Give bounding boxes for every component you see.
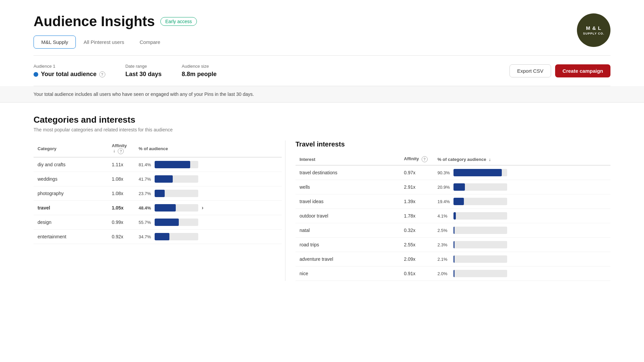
audience1-label: Audience 1 [34,64,105,69]
interest-cell: travel ideas [296,194,400,209]
category-cell: diy and crafts [34,157,108,172]
audience-bar-left: Audience 1 Your total audience ? Date ra… [34,64,217,78]
ti-affinity-cell: 2.55x [400,238,433,252]
table-row: entertainment0.92x34.7% [34,230,282,244]
ti-affinity-cell: 0.32x [400,223,433,238]
table-row: outdoor travel1.78x4.1% [296,209,610,223]
create-campaign-button[interactable]: Create campaign [555,64,610,77]
category-cell: weddings [34,172,108,186]
interest-cell: natal [296,223,400,238]
ti-affinity-help-icon[interactable]: ? [422,156,428,162]
interest-cell: wells [296,180,400,194]
audience-size-label: Audience size [182,64,217,69]
ti-pct-cell: 2.0% [433,266,610,281]
insights-grid: Category Affinity ↓ ? % of audience [34,140,610,281]
ti-affinity-cell: 2.09x [400,252,433,266]
interest-cell: nice [296,266,400,281]
tab-compare[interactable]: Compare [132,36,168,49]
category-cell: photography [34,186,108,201]
expand-chevron-icon[interactable]: › [202,205,203,211]
audience-bar-right: Export CSV Create campaign [509,64,610,77]
affinity-help-icon[interactable]: ? [118,148,124,154]
interest-cell: road trips [296,238,400,252]
ti-affinity-cell: 0.97x [400,165,433,180]
ti-pct-cell: 2.5% [433,223,610,238]
table-row: travel ideas1.39x19.4% [296,194,610,209]
travel-interests-title: Travel interests [296,140,610,148]
tab-all-pinterest[interactable]: All Pinterest users [76,36,132,49]
date-range-value: Last 30 days [125,71,162,78]
ti-pct-cell: 20.9% [433,180,610,194]
ti-affinity-cell: 2.91x [400,180,433,194]
header-left: Audience Insights Early access M&L Suppl… [34,13,197,49]
audience1-value: Your total audience ? [34,71,105,78]
pct-audience-cell: 41.7% [135,172,282,186]
pct-audience-cell: 81.4% [135,157,282,172]
interest-cell: adventure travel [296,252,400,266]
date-range-field: Date range Last 30 days [125,64,162,78]
section-title: Categories and interests [34,115,610,125]
audience-size-field: Audience size 8.8m people [182,64,217,78]
affinity-sort-icon: ↓ [113,148,115,153]
table-row: diy and crafts1.11x81.4% [34,157,282,172]
table-row: nice0.91x2.0% [296,266,610,281]
travel-interests-panel: Travel interests Interest Affinity ? [285,140,610,281]
ti-col-interest: Interest [296,154,400,165]
pct-audience-cell: 55.7% [135,215,282,230]
blue-dot-icon [34,72,38,77]
col-header-affinity[interactable]: Affinity ↓ ? [108,140,135,157]
ti-pct-cell: 2.3% [433,238,610,252]
pct-audience-cell: 23.7% [135,186,282,201]
interest-cell: outdoor travel [296,209,400,223]
ti-pct-cell: 4.1% [433,209,610,223]
table-row: wells2.91x20.9% [296,180,610,194]
ti-pct-cell: 19.4% [433,194,610,209]
categories-table: Category Affinity ↓ ? % of audience [34,140,282,281]
affinity-cell: 1.05x [108,201,135,215]
table-row: natal0.32x2.5% [296,223,610,238]
ti-affinity-cell: 1.39x [400,194,433,209]
early-access-badge: Early access [160,17,197,26]
table-row: travel1.05x48.4%› [34,201,282,215]
table-row: photography1.08x23.7% [34,186,282,201]
date-range-label: Date range [125,64,162,69]
pct-audience-cell: 34.7% [135,230,282,244]
table-row: weddings1.08x41.7% [34,172,282,186]
info-banner: Your total audience includes all users w… [0,86,644,103]
affinity-cell: 0.99x [108,215,135,230]
category-cell: design [34,215,108,230]
affinity-cell: 1.11x [108,157,135,172]
ti-col-affinity: Affinity ? [400,154,433,165]
ti-pct-sort-icon: ↓ [489,157,491,162]
avatar: M & L SUPPLY CO. [577,13,610,47]
pct-audience-cell: 48.4%› [135,201,282,215]
categories-section: Categories and interests The most popula… [34,103,610,293]
col-header-pct-audience: % of audience [135,140,282,157]
export-csv-button[interactable]: Export CSV [509,64,551,77]
audience-size-value: 8.8m people [182,71,217,78]
table-row: design0.99x55.7% [34,215,282,230]
interest-cell: travel destinations [296,165,400,180]
ti-affinity-cell: 1.78x [400,209,433,223]
info-banner-text: Your total audience includes all users w… [34,92,254,97]
affinity-cell: 1.08x [108,186,135,201]
ti-pct-cell: 2.1% [433,252,610,266]
table-row: travel destinations0.97x90.3% [296,165,610,180]
audience-bar: Audience 1 Your total audience ? Date ra… [34,56,610,86]
page-title: Audience Insights [34,13,155,29]
ti-affinity-cell: 0.91x [400,266,433,281]
table-row: road trips2.55x2.3% [296,238,610,252]
tab-ml-supply[interactable]: M&L Supply [34,36,76,49]
affinity-cell: 0.92x [108,230,135,244]
page-header: Audience Insights Early access M&L Suppl… [34,0,610,56]
avatar-line2: SUPPLY CO. [583,32,604,36]
table-row: adventure travel2.09x2.1% [296,252,610,266]
audience1-field: Audience 1 Your total audience ? [34,64,105,78]
affinity-cell: 1.08x [108,172,135,186]
title-row: Audience Insights Early access [34,13,197,29]
tabs-nav: M&L Supply All Pinterest users Compare [34,36,197,49]
audience-help-icon[interactable]: ? [99,71,105,77]
ti-pct-cell: 90.3% [433,165,610,180]
ti-col-pct-cat[interactable]: % of category audience ↓ [433,154,610,165]
col-header-category: Category [34,140,108,157]
